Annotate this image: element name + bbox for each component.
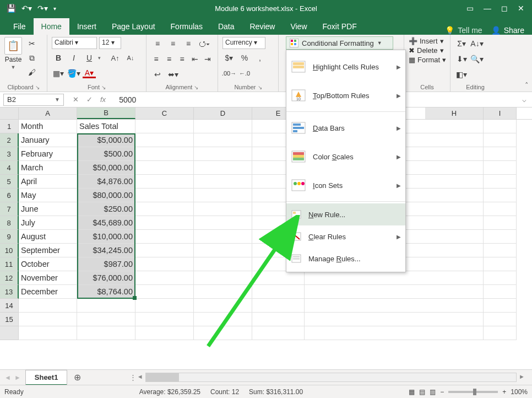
row-header-10[interactable]: 10 bbox=[0, 244, 19, 257]
menu-new-rule[interactable]: New Rule... bbox=[286, 203, 405, 225]
row-header-2[interactable]: 2 bbox=[0, 133, 19, 147]
cell[interactable] bbox=[194, 271, 252, 285]
menu-manage-rules[interactable]: Manage Rules... bbox=[286, 248, 405, 270]
cell[interactable] bbox=[135, 257, 194, 271]
cell[interactable] bbox=[252, 299, 305, 313]
cell[interactable] bbox=[135, 147, 194, 161]
cell[interactable] bbox=[194, 120, 252, 133]
tab-data[interactable]: Data bbox=[210, 18, 242, 35]
cell[interactable] bbox=[77, 326, 135, 340]
cell[interactable] bbox=[194, 216, 252, 230]
tab-home[interactable]: Home bbox=[34, 18, 69, 35]
tab-foxit-pdf[interactable]: Foxit PDF bbox=[315, 18, 365, 35]
cell[interactable] bbox=[425, 189, 484, 202]
sort-filter-icon[interactable]: A↓▾ bbox=[470, 37, 484, 50]
cell[interactable] bbox=[194, 313, 252, 326]
row-header-13[interactable]: 13 bbox=[0, 285, 19, 299]
italic-button[interactable]: I bbox=[67, 51, 80, 64]
column-header-I[interactable]: I bbox=[484, 107, 517, 119]
tell-me[interactable]: 💡Tell me bbox=[445, 26, 482, 35]
row-header-12[interactable]: 12 bbox=[0, 271, 19, 285]
clear-icon[interactable]: ◧▾ bbox=[455, 68, 468, 81]
border-icon[interactable]: ▦▾ bbox=[52, 67, 65, 80]
menu-icon-sets[interactable]: Icon Sets ▶ bbox=[286, 171, 405, 200]
maximize-icon[interactable]: ◻ bbox=[501, 4, 508, 13]
cell[interactable] bbox=[194, 202, 252, 216]
font-color-icon[interactable]: A▾ bbox=[83, 68, 96, 78]
copy-icon[interactable]: ⧉ bbox=[25, 51, 39, 64]
cell[interactable]: June bbox=[19, 202, 77, 216]
cell[interactable]: $76,000.00 bbox=[77, 271, 135, 285]
insert-cells-button[interactable]: ➕Insert ▾ bbox=[409, 37, 446, 45]
cell[interactable] bbox=[19, 313, 77, 326]
cell[interactable]: August bbox=[19, 230, 77, 244]
row-header-11[interactable]: 11 bbox=[0, 257, 19, 271]
cell[interactable] bbox=[252, 271, 305, 285]
cell[interactable]: July bbox=[19, 216, 77, 230]
fill-color-icon[interactable]: 🪣▾ bbox=[67, 67, 80, 80]
merge-center-icon[interactable]: ⬌▾ bbox=[166, 68, 180, 81]
row-header-8[interactable]: 8 bbox=[0, 216, 19, 230]
view-page-break-icon[interactable]: ▥ bbox=[430, 388, 436, 396]
cell[interactable] bbox=[135, 133, 194, 147]
cell[interactable] bbox=[135, 216, 194, 230]
orientation-icon[interactable]: ⭯▾ bbox=[197, 37, 210, 50]
menu-highlight-cells-rules[interactable]: HHighlight Cells Rulesighlight Cells Rul… bbox=[286, 52, 405, 81]
sheet-nav-first-icon[interactable]: ◄ bbox=[4, 374, 11, 381]
decrease-font-icon[interactable]: A↓ bbox=[124, 51, 137, 64]
cell[interactable]: September bbox=[19, 244, 77, 257]
font-dialog-icon[interactable]: ↘ bbox=[101, 84, 106, 90]
cell[interactable] bbox=[484, 313, 517, 326]
cell[interactable] bbox=[425, 313, 484, 326]
percent-format-icon[interactable]: % bbox=[238, 51, 251, 64]
align-center-icon[interactable]: ≡ bbox=[164, 52, 174, 66]
align-left-icon[interactable]: ≡ bbox=[151, 52, 161, 66]
delete-cells-button[interactable]: ✖Delete ▾ bbox=[409, 46, 446, 55]
cell[interactable] bbox=[425, 244, 484, 257]
cell[interactable] bbox=[484, 326, 517, 340]
underline-button[interactable]: U bbox=[83, 51, 96, 64]
menu-color-scales[interactable]: Color Scales ▶ bbox=[286, 142, 405, 171]
cell[interactable] bbox=[425, 161, 484, 175]
cell[interactable]: May bbox=[19, 189, 77, 202]
tab-review[interactable]: Review bbox=[242, 18, 283, 35]
format-painter-icon[interactable]: 🖌 bbox=[25, 66, 39, 79]
cell[interactable] bbox=[77, 299, 135, 313]
cell[interactable] bbox=[135, 230, 194, 244]
cell[interactable]: $50,000.00 bbox=[77, 161, 135, 175]
cell[interactable] bbox=[425, 285, 484, 299]
cell[interactable]: February bbox=[19, 147, 77, 161]
font-name-select[interactable]: Calibri ▾ bbox=[52, 37, 97, 49]
cell[interactable] bbox=[194, 285, 252, 299]
undo-icon[interactable]: ↶▾ bbox=[21, 4, 32, 13]
tab-insert[interactable]: Insert bbox=[69, 18, 104, 35]
save-icon[interactable]: 💾 bbox=[7, 4, 16, 13]
increase-decimal-icon[interactable]: .00→ bbox=[222, 67, 236, 80]
cell[interactable]: Sales Total bbox=[77, 120, 135, 133]
cell[interactable] bbox=[425, 299, 484, 313]
cell[interactable]: December bbox=[19, 285, 77, 299]
paste-button[interactable]: 📋 Paste ▼ bbox=[4, 37, 22, 70]
autosum-icon[interactable]: Σ▾ bbox=[455, 37, 468, 50]
menu-data-bars[interactable]: Data Bars ▶ bbox=[286, 114, 405, 142]
cell[interactable] bbox=[484, 147, 517, 161]
cell[interactable]: January bbox=[19, 133, 77, 147]
cell[interactable]: October bbox=[19, 257, 77, 271]
accounting-format-icon[interactable]: $▾ bbox=[222, 51, 236, 64]
cell[interactable] bbox=[194, 257, 252, 271]
cell[interactable]: $8,764.00 bbox=[77, 285, 135, 299]
cell[interactable] bbox=[484, 285, 517, 299]
fill-icon[interactable]: ⬇▾ bbox=[455, 52, 468, 66]
cell[interactable] bbox=[135, 299, 194, 313]
comma-format-icon[interactable]: , bbox=[253, 51, 267, 64]
alignment-dialog-icon[interactable]: ↘ bbox=[194, 84, 198, 90]
cell[interactable] bbox=[484, 271, 517, 285]
cell[interactable] bbox=[425, 120, 484, 133]
cell[interactable] bbox=[135, 202, 194, 216]
fx-icon[interactable]: fx bbox=[100, 95, 106, 104]
tab-page-layout[interactable]: Page Layout bbox=[104, 18, 163, 35]
indent-increase-icon[interactable]: ⇥ bbox=[203, 52, 213, 66]
redo-icon[interactable]: ↷▾ bbox=[37, 4, 48, 13]
cell[interactable]: April bbox=[19, 175, 77, 189]
sheet-nav-prev-icon[interactable]: ► bbox=[14, 374, 21, 381]
